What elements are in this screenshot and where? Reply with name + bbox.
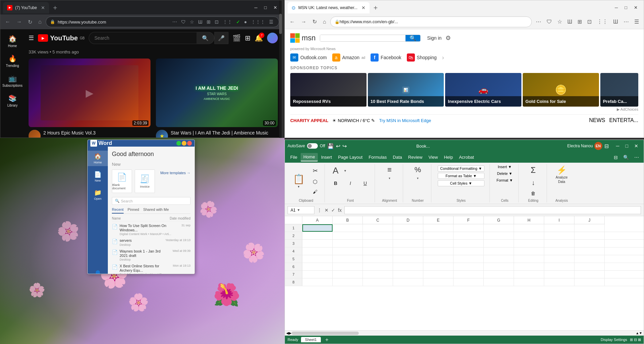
yt-sidebar-toggle[interactable]: ⊞ bbox=[205, 18, 212, 26]
cell-F2[interactable] bbox=[454, 232, 484, 239]
cell-J6[interactable] bbox=[574, 263, 605, 270]
ribbon-format-painter-btn[interactable]: 🖌 bbox=[308, 188, 322, 196]
msn-settings-icon[interactable]: ⚙ bbox=[445, 34, 451, 42]
formula-menu-icon[interactable]: ⋮ bbox=[316, 207, 323, 214]
formula-confirm-icon[interactable]: ✓ bbox=[331, 207, 336, 214]
col-header-G[interactable]: G bbox=[484, 216, 514, 224]
col-header-H[interactable]: H bbox=[514, 216, 544, 224]
yt-address-bar[interactable]: 🔒 https://www.youtube.com ⋯ 🛡 ☆ Ш ⊞ ⊡ ⋮⋮… bbox=[46, 16, 279, 27]
col-header-C[interactable]: C bbox=[363, 216, 393, 224]
msn-topic-bonds[interactable]: 📊 10 Best Fixed Rate Bonds bbox=[368, 73, 444, 107]
msn-topic-prefab[interactable]: Prefab Ca... bbox=[600, 73, 638, 107]
ribbon-format-table-btn[interactable]: Format as Table ▼ bbox=[438, 173, 484, 179]
word-tab-recent[interactable]: Recent bbox=[112, 207, 124, 214]
cell-D7[interactable] bbox=[393, 271, 423, 278]
msn-close[interactable]: ✕ bbox=[631, 4, 641, 11]
cell-J4[interactable] bbox=[574, 247, 605, 255]
cell-E1[interactable] bbox=[423, 224, 454, 232]
ribbon-clear-btn[interactable]: 🗑 bbox=[526, 189, 540, 197]
ribbon-cell-styles-btn[interactable]: Cell Styles ▼ bbox=[438, 180, 484, 186]
yt-refresh-btn[interactable]: ↻ bbox=[26, 17, 34, 27]
cell-C5[interactable] bbox=[363, 255, 393, 263]
word-file-3[interactable]: 📄 X Best Online Stores for Archery Equ..… bbox=[112, 263, 190, 274]
excel-vscroll-down[interactable]: ▼ bbox=[639, 331, 642, 335]
cell-I3[interactable] bbox=[544, 240, 574, 247]
excel-menu-insert[interactable]: Insert bbox=[318, 153, 335, 161]
msn-maximize[interactable]: □ bbox=[621, 4, 631, 11]
cell-I8[interactable] bbox=[544, 278, 574, 286]
cell-E3[interactable] bbox=[423, 240, 454, 247]
youtube-tab-close[interactable]: ✕ bbox=[41, 5, 45, 10]
yt-search-btn[interactable]: 🔍 bbox=[197, 32, 214, 44]
word-file-1[interactable]: 📄 servers Desktop Yesterday at 19:13 bbox=[112, 237, 190, 247]
yt-mic-btn[interactable]: 🎤 bbox=[214, 32, 228, 44]
excel-menu-acrobat[interactable]: Acrobat bbox=[456, 153, 477, 161]
cell-J8[interactable] bbox=[574, 278, 605, 286]
excel-menu-formulas[interactable]: Formulas bbox=[366, 153, 389, 161]
cell-I5[interactable] bbox=[544, 255, 574, 263]
word-nav-home[interactable]: 🏠 Home bbox=[88, 151, 108, 166]
msn-forward-btn[interactable]: → bbox=[299, 17, 308, 26]
word-template-blank[interactable]: 📄 Blank document bbox=[112, 169, 132, 193]
youtube-new-tab[interactable]: ＋ bbox=[49, 2, 61, 13]
excel-menu-home[interactable]: Home bbox=[301, 153, 318, 161]
msn-links-more[interactable]: › bbox=[442, 54, 444, 61]
msn-link-facebook[interactable]: f Facebook bbox=[371, 53, 401, 62]
excel-menu-help[interactable]: Help bbox=[441, 153, 456, 161]
msn-shield[interactable]: 🛡 bbox=[545, 17, 554, 26]
msn-search-btn[interactable]: 🔍 bbox=[405, 35, 420, 41]
cell-I7[interactable] bbox=[544, 271, 574, 278]
cell-D2[interactable] bbox=[393, 232, 423, 239]
msn-home-btn[interactable]: ⌂ bbox=[321, 17, 328, 26]
yt-back-btn[interactable]: ← bbox=[3, 17, 12, 26]
yt-user-avatar[interactable] bbox=[267, 33, 278, 43]
msn-nav-news[interactable]: NEWS bbox=[589, 117, 605, 123]
col-header-I[interactable]: I bbox=[544, 216, 574, 224]
excel-save-btn[interactable]: 💾 bbox=[327, 143, 334, 149]
excel-share[interactable]: ⋯ bbox=[632, 154, 641, 161]
msn-tab[interactable]: ⊙ MSN UK: Latest news, weather... ✕ bbox=[288, 2, 370, 13]
msn-weather-edit[interactable]: ✎ bbox=[371, 118, 375, 123]
formula-cancel-icon[interactable]: ✕ bbox=[324, 207, 329, 214]
cell-D3[interactable] bbox=[393, 240, 423, 247]
cell-G1[interactable] bbox=[484, 224, 514, 232]
col-header-D[interactable]: D bbox=[393, 216, 423, 224]
excel-redo-btn[interactable]: ↪ bbox=[342, 143, 347, 149]
yt-shield[interactable]: 🛡 bbox=[180, 18, 187, 26]
cell-B7[interactable] bbox=[333, 271, 363, 278]
ribbon-copy-btn[interactable]: ⬡ bbox=[308, 177, 322, 186]
yt-github[interactable]: ● bbox=[243, 18, 248, 26]
word-nav-open[interactable]: 📁 Open bbox=[88, 187, 108, 202]
number-dropdown-arrow[interactable]: ▼ bbox=[417, 177, 419, 180]
excel-menu-review[interactable]: Review bbox=[405, 153, 425, 161]
cell-F4[interactable] bbox=[454, 247, 484, 255]
cell-G8[interactable] bbox=[484, 278, 514, 286]
excel-scroll-left[interactable]: ◀ bbox=[286, 331, 289, 335]
yt-more[interactable]: ⋮⋮⋮ bbox=[250, 18, 266, 26]
msn-pwa[interactable]: ⊡ bbox=[585, 17, 594, 26]
excel-hscroll[interactable]: ◀ ▶ ▲ ▼ bbox=[285, 330, 644, 336]
cell-F6[interactable] bbox=[454, 263, 484, 270]
cell-G4[interactable] bbox=[484, 247, 514, 255]
msn-new-tab[interactable]: ＋ bbox=[370, 2, 382, 13]
cell-C1[interactable] bbox=[363, 224, 393, 232]
cell-B2[interactable] bbox=[333, 232, 363, 239]
msn-weather[interactable]: ☀ NORWICH / 6°C ✎ bbox=[332, 118, 375, 123]
cell-C4[interactable] bbox=[363, 247, 393, 255]
cell-C7[interactable] bbox=[363, 271, 393, 278]
msn-link-amazon[interactable]: a Amazon ad bbox=[332, 53, 365, 62]
formula-input[interactable] bbox=[344, 206, 641, 214]
cell-D8[interactable] bbox=[393, 278, 423, 286]
col-header-B[interactable]: B bbox=[333, 216, 363, 224]
col-header-E[interactable]: E bbox=[423, 216, 454, 224]
cell-J2[interactable] bbox=[574, 232, 605, 239]
cell-A3[interactable] bbox=[302, 240, 333, 247]
msn-sidebar[interactable]: ⊞ bbox=[575, 17, 584, 26]
word-file-0[interactable]: 📄 How To Use Split Screen On Windows... … bbox=[112, 223, 190, 237]
ribbon-cells-delete[interactable]: Delete ▼ bbox=[495, 171, 515, 176]
cell-F8[interactable] bbox=[454, 278, 484, 286]
cell-D4[interactable] bbox=[393, 247, 423, 255]
cell-A4[interactable] bbox=[302, 247, 333, 255]
yt-home-btn[interactable]: ⌂ bbox=[36, 17, 44, 26]
yt-checkmark[interactable]: ✓ bbox=[235, 18, 242, 26]
